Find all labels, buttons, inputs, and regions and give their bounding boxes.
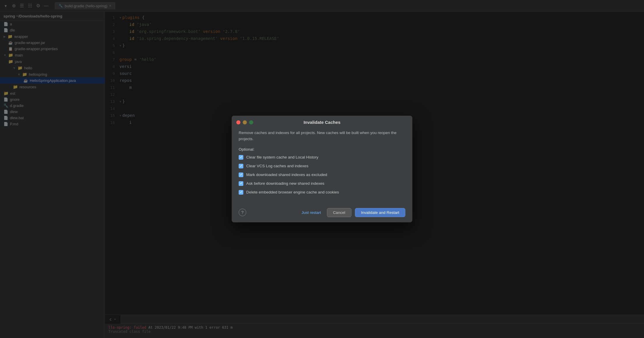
- checkbox-label-3: Mark downloaded shared indexes as exclud…: [246, 172, 327, 177]
- dialog-body: Remove caches and indexes for all projec…: [232, 127, 412, 205]
- help-button[interactable]: ?: [239, 209, 246, 216]
- checkmark-4: ✓: [240, 182, 242, 185]
- checkbox-label-5: Delete embedded browser engine cache and…: [246, 190, 339, 194]
- checkbox-label-1: Clear file system cache and Local Histor…: [246, 155, 319, 159]
- checkbox-item-5[interactable]: ✓ Delete embedded browser engine cache a…: [239, 190, 405, 195]
- invalidate-and-restart-button[interactable]: Invalidate and Restart: [355, 208, 405, 217]
- checkbox-label-2: Clear VCS Log caches and indexes: [246, 164, 308, 168]
- cancel-button[interactable]: Cancel: [327, 208, 351, 217]
- modal-overlay: Invalidate Caches Remove caches and inde…: [0, 0, 644, 338]
- checkmark-2: ✓: [240, 164, 242, 168]
- checkbox-1[interactable]: ✓: [239, 155, 243, 160]
- checkbox-item-4[interactable]: ✓ Ask before downloading new shared inde…: [239, 181, 405, 186]
- just-restart-button[interactable]: Just restart: [299, 208, 323, 217]
- checkbox-label-4: Ask before downloading new shared indexe…: [246, 181, 324, 186]
- maximize-traffic-light[interactable]: [249, 120, 253, 124]
- traffic-lights: [236, 120, 253, 124]
- optional-label: Optional:: [239, 147, 405, 152]
- checkbox-4[interactable]: ✓: [239, 181, 243, 186]
- checkbox-item-2[interactable]: ✓ Clear VCS Log caches and indexes: [239, 164, 405, 168]
- dialog-footer: ? Just restart Cancel Invalidate and Res…: [232, 205, 412, 222]
- checkmark-3: ✓: [240, 173, 242, 177]
- checkmark-1: ✓: [240, 155, 242, 159]
- checkbox-item-3[interactable]: ✓ Mark downloaded shared indexes as excl…: [239, 172, 405, 177]
- dialog-titlebar: Invalidate Caches: [232, 116, 412, 127]
- dialog-title: Invalidate Caches: [236, 120, 408, 125]
- checkbox-3[interactable]: ✓: [239, 172, 243, 177]
- close-traffic-light[interactable]: [236, 120, 240, 124]
- minimize-traffic-light[interactable]: [243, 120, 247, 124]
- checkbox-5[interactable]: ✓: [239, 190, 243, 195]
- checkbox-item-1[interactable]: ✓ Clear file system cache and Local Hist…: [239, 155, 405, 160]
- checkbox-2[interactable]: ✓: [239, 164, 243, 168]
- dialog-description: Remove caches and indexes for all projec…: [239, 130, 405, 142]
- checkmark-5: ✓: [240, 190, 242, 194]
- invalidate-caches-dialog: Invalidate Caches Remove caches and inde…: [232, 116, 412, 222]
